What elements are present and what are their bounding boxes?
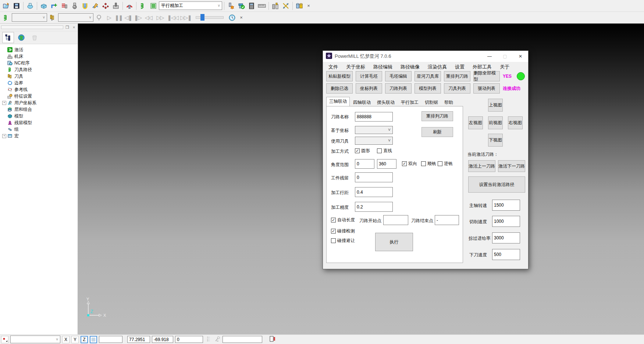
menu-path-edit[interactable]: 路径编辑 <box>369 64 396 70</box>
tree-item-macros[interactable]: + 宏 <box>2 133 78 139</box>
refresh-button[interactable]: 刷新 <box>421 127 453 137</box>
axis-y-button[interactable]: Y <box>71 336 79 343</box>
cutting-feed-input[interactable] <box>492 216 520 227</box>
checkbox-icon[interactable] <box>421 161 426 166</box>
tab-parallel[interactable]: 平行加工 <box>398 98 421 106</box>
rearrange-toolpaths-button[interactable]: 重排列刀路 <box>444 71 470 81</box>
toolpath-name-input[interactable] <box>355 112 393 122</box>
axis-x-button[interactable]: X <box>62 336 70 343</box>
spindle-speed-input[interactable] <box>492 200 520 211</box>
feature-icon[interactable] <box>111 1 121 11</box>
calc-stock-button[interactable]: 计算毛坯 <box>356 71 382 81</box>
checkbox-icon[interactable] <box>331 218 336 222</box>
collision-avoid-checkbox[interactable]: 碰撞避让 <box>331 238 355 244</box>
bidirectional-checkbox[interactable]: 双向 <box>402 161 417 167</box>
view-bottom-button[interactable]: 下视图 <box>488 134 503 147</box>
crash-check-icon[interactable] <box>226 1 236 11</box>
execute-button[interactable]: 执行 <box>375 233 413 251</box>
save-icon[interactable] <box>12 1 21 11</box>
sim-speed-slider[interactable] <box>196 16 224 19</box>
checkbox-icon[interactable] <box>355 148 360 153</box>
collision-check-checkbox[interactable]: 碰撞检测 <box>331 228 355 234</box>
close-button[interactable]: ✕ <box>513 51 528 62</box>
menu-settings[interactable]: 设置 <box>451 64 469 70</box>
coord-y-field[interactable]: -69.918 <box>152 336 173 343</box>
end-point-input[interactable] <box>435 215 459 225</box>
checkbox-icon[interactable] <box>331 238 336 243</box>
tree-item-toolpaths[interactable]: 刀具路径 <box>2 66 78 73</box>
menu-path-mirror[interactable]: 路径镜像 <box>396 64 424 70</box>
print-icon[interactable] <box>25 1 35 11</box>
toolpath-spring-icon[interactable] <box>138 1 148 11</box>
tab-head-tilt[interactable]: 摆头联动 <box>374 98 398 106</box>
axis-z-button[interactable]: Z <box>81 336 88 343</box>
model-list-button[interactable]: 模型列表 <box>414 83 441 94</box>
tree-item-levels-sets[interactable]: 层和组合 <box>2 106 78 113</box>
coord-z-field[interactable]: 0 <box>175 336 203 343</box>
view-top-button[interactable]: 上视图 <box>488 99 503 112</box>
coord-x-field[interactable]: 77.2951 <box>127 336 150 343</box>
tool-library-button[interactable]: 星河刀具库 <box>414 71 441 81</box>
checkbox-icon[interactable] <box>377 148 382 153</box>
plunge-feed-input[interactable] <box>492 249 520 260</box>
strategy-dropdown[interactable]: 平行精加工 ˅ <box>159 1 222 10</box>
strategy-list-icon[interactable] <box>149 1 158 11</box>
go-end-icon[interactable]: ▷▷❚ <box>179 14 192 21</box>
block-icon[interactable] <box>39 1 49 11</box>
minibar-track[interactable] <box>1 25 63 29</box>
close-panel-icon[interactable]: × <box>71 25 77 29</box>
draw-point-button[interactable] <box>1 336 8 343</box>
based-coord-dropdown[interactable]: ˅ <box>355 126 393 134</box>
toolbar-close-icon[interactable]: × <box>238 15 245 20</box>
angle-from-input[interactable] <box>355 159 374 169</box>
menu-coords[interactable]: 关于坐标 <box>342 64 369 70</box>
step-forward-icon[interactable]: ❚▷ <box>133 14 142 21</box>
tree-item-boundaries[interactable]: 边界 <box>2 80 78 86</box>
expander-icon[interactable]: + <box>2 134 6 138</box>
tree-item-groups[interactable]: 组 <box>2 126 78 133</box>
toolholder-icon[interactable] <box>271 1 280 11</box>
restore-window-icon[interactable]: ❐ <box>65 25 70 30</box>
points-icon[interactable] <box>101 1 110 11</box>
tree-item-tools[interactable]: 刀具 <box>2 73 78 80</box>
angle-to-input[interactable] <box>377 159 396 169</box>
sim-tool-dropdown[interactable]: ˅ <box>58 13 93 22</box>
pause-icon[interactable]: ❚❚ <box>114 14 123 21</box>
coord-list-button[interactable]: 坐标列表 <box>356 83 382 94</box>
skim-feed-input[interactable] <box>492 232 520 243</box>
tolerance-input[interactable] <box>355 202 393 212</box>
tools-icon[interactable] <box>48 13 57 22</box>
slider-handle[interactable] <box>200 14 204 21</box>
ruler-icon[interactable] <box>257 1 267 11</box>
clipboard-icon[interactable] <box>269 336 275 343</box>
tab-4axis[interactable]: 四轴联动 <box>350 98 374 106</box>
maximize-button[interactable]: ▢ <box>497 51 513 62</box>
tab-explorer-tree[interactable] <box>2 32 14 43</box>
view-front-button[interactable]: 前视图 <box>488 116 503 129</box>
tree-item-workplanes[interactable]: + 用户坐标系 <box>2 99 78 106</box>
ball-tool-icon[interactable] <box>70 1 79 11</box>
graphics-viewport[interactable]: Y X Z PowerMILL 忆梦星河 7.0.6 — ▢ ✕ 文件 关于坐标… <box>78 24 644 334</box>
tree-item-machine[interactable]: 机床 <box>2 53 78 60</box>
delete-selected-button[interactable]: 删除已选 <box>326 83 353 94</box>
play-icon[interactable]: ▷ <box>104 14 113 21</box>
toolbar-close-icon[interactable]: × <box>305 3 312 8</box>
nc-program-icon[interactable] <box>60 1 69 11</box>
calculator-icon[interactable] <box>247 1 256 11</box>
tool-list-button[interactable]: 刀具列表 <box>444 83 470 94</box>
step-back-icon[interactable]: ◁❚ <box>124 14 132 21</box>
toolpath-list-button[interactable]: 刀路列表 <box>385 83 412 94</box>
cylinders-icon[interactable] <box>295 1 304 11</box>
dialog-titlebar[interactable]: PowerMILL 忆梦星河 7.0.6 — ▢ ✕ <box>323 51 528 62</box>
tree-item-activate[interactable]: 激活 <box>2 46 78 53</box>
conventional-mill-checkbox[interactable]: 逆铣 <box>438 161 453 167</box>
collision-arc-icon[interactable] <box>125 1 134 11</box>
grid-size-field[interactable] <box>99 336 122 343</box>
grid-icon[interactable] <box>90 336 97 343</box>
clock-icon[interactable] <box>227 13 237 22</box>
drive-list-button[interactable]: 驱动列表 <box>473 83 500 94</box>
tree-item-models[interactable]: 模型 <box>2 113 78 119</box>
view-left-button[interactable]: 左视图 <box>468 116 483 129</box>
sim-toolpath-dropdown[interactable]: ˅ <box>12 13 47 22</box>
menu-render-sim[interactable]: 渲染仿真 <box>424 64 451 70</box>
